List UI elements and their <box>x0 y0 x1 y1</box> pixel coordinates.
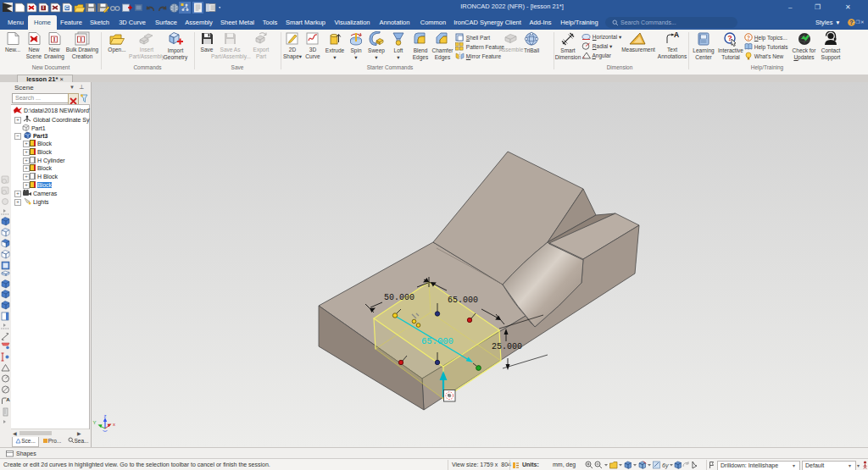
svg-text:25.000: 25.000 <box>492 342 522 351</box>
svg-text:50.000: 50.000 <box>384 293 415 302</box>
svg-text:Y: Y <box>93 420 97 425</box>
svg-text:I: I <box>80 36 81 43</box>
svg-text:G: G <box>65 5 70 10</box>
svg-text:65.000: 65.000 <box>448 296 478 305</box>
svg-text:6y: 6y <box>662 462 669 469</box>
svg-text:65.000: 65.000 <box>421 336 453 346</box>
svg-text:A: A <box>674 31 679 39</box>
svg-text:z: z <box>104 413 107 418</box>
svg-text:I: I <box>53 36 54 43</box>
svg-text:?: ? <box>747 35 750 41</box>
svg-text:x: x <box>113 422 115 427</box>
svg-text:A: A <box>6 397 10 402</box>
